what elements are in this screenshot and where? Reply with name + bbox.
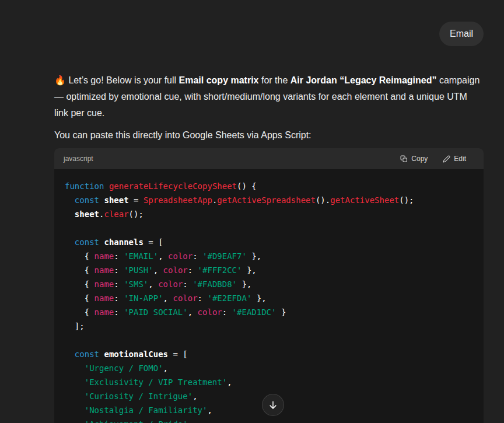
copy-icon [400,155,408,163]
assistant-paragraph-1: 🔥 Let’s go! Below is your full Email cop… [54,72,484,121]
user-message-bubble: Email [439,22,484,46]
code-header-actions: Copy Edit [400,155,474,163]
assistant-paragraph-2: You can paste this directly into Google … [54,127,484,144]
copy-button[interactable]: Copy [400,155,428,163]
edit-button[interactable]: Edit [443,155,466,163]
user-message-row: Email [54,22,484,46]
down-arrow-icon [268,400,278,410]
assistant-message: 🔥 Let’s go! Below is your full Email cop… [54,72,484,423]
chat-screen: { "theme": { "background": "#212121", "u… [0,0,504,423]
pencil-icon [443,155,450,163]
code-content: function generateLifecycleCopySheet() { … [54,169,484,423]
copy-button-label: Copy [411,155,428,163]
code-block-header: javascript Copy [54,148,484,169]
scroll-to-bottom-button[interactable] [262,394,284,416]
edit-button-label: Edit [454,155,466,163]
code-language-label: javascript [64,155,93,163]
code-block: javascript Copy [54,148,484,423]
conversation: Email 🔥 Let’s go! Below is your full Ema… [54,0,484,423]
